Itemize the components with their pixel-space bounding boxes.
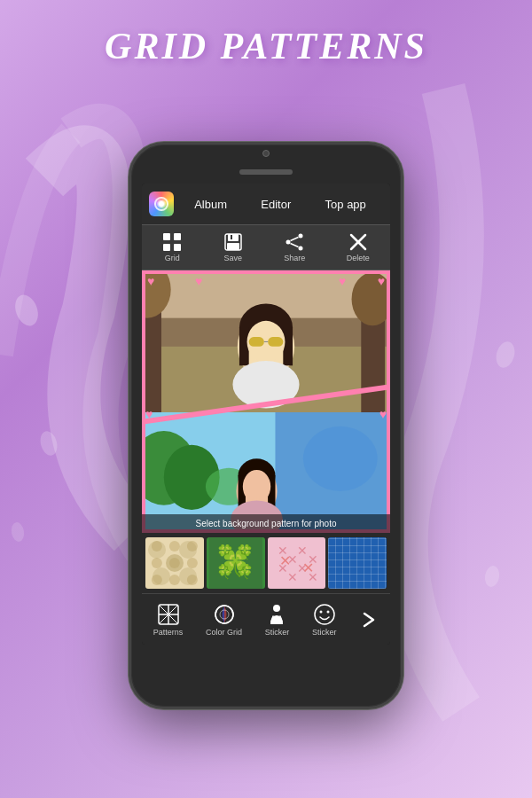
toolbar: Grid Save bbox=[142, 224, 390, 270]
status-text: Select background pattern for photo bbox=[142, 514, 390, 533]
bottom-more[interactable] bbox=[359, 610, 379, 630]
svg-point-55 bbox=[152, 558, 162, 568]
photo-person-1 bbox=[142, 270, 390, 423]
bottom-sticker-smiley[interactable]: Sticker bbox=[312, 603, 337, 637]
svg-point-4 bbox=[483, 565, 501, 588]
svg-text:✕: ✕ bbox=[307, 570, 317, 584]
svg-text:🍀: 🍀 bbox=[216, 544, 234, 560]
pink-pattern-svg: ✕ ✕ ✕ ✕ ✕ ✕ ✕ ✕ bbox=[268, 537, 326, 589]
share-icon bbox=[285, 232, 304, 252]
svg-text:✕: ✕ bbox=[296, 561, 307, 575]
svg-point-1 bbox=[38, 429, 60, 458]
svg-text:✕: ✕ bbox=[286, 570, 297, 584]
delete-icon bbox=[348, 232, 368, 252]
bottom-color-grid[interactable]: Color Grid bbox=[206, 603, 242, 637]
svg-rect-8 bbox=[174, 244, 181, 251]
sticker-smiley-label: Sticker bbox=[312, 628, 337, 637]
photo-area[interactable]: ♥ ♥ ♥ ♥ ♥ ♥ Select background pattern fo… bbox=[142, 270, 390, 533]
svg-line-16 bbox=[291, 238, 299, 241]
svg-rect-12 bbox=[231, 235, 232, 239]
svg-point-40 bbox=[303, 426, 378, 491]
grid-icon bbox=[162, 232, 182, 252]
toolbar-grid[interactable]: Grid bbox=[162, 232, 182, 262]
pattern-pink[interactable]: ✕ ✕ ✕ ✕ ✕ ✕ ✕ ✕ bbox=[268, 537, 326, 589]
pattern-beige[interactable] bbox=[145, 537, 204, 589]
svg-point-35 bbox=[232, 361, 299, 409]
share-label: Share bbox=[284, 254, 305, 262]
svg-point-0 bbox=[12, 292, 43, 329]
patterns-icon bbox=[157, 603, 180, 626]
bottom-patterns[interactable]: Patterns bbox=[153, 603, 184, 637]
svg-rect-10 bbox=[228, 234, 239, 241]
svg-rect-11 bbox=[227, 243, 239, 250]
beige-pattern-svg bbox=[145, 537, 204, 589]
svg-text:✕: ✕ bbox=[296, 544, 307, 558]
svg-point-57 bbox=[187, 558, 198, 568]
svg-point-15 bbox=[299, 246, 303, 251]
svg-text:🍀: 🍀 bbox=[216, 563, 234, 580]
nav-tab-editor[interactable]: Editor bbox=[255, 194, 296, 215]
toolbar-delete[interactable]: Delete bbox=[347, 232, 370, 262]
svg-point-59 bbox=[169, 575, 180, 585]
svg-rect-33 bbox=[268, 337, 283, 347]
svg-point-46 bbox=[243, 470, 270, 504]
photo-top bbox=[142, 270, 390, 423]
page-title: GRID PATTERNS bbox=[0, 25, 532, 67]
nav-tab-album[interactable]: Album bbox=[189, 194, 232, 215]
svg-point-13 bbox=[299, 234, 303, 239]
svg-text:✕: ✕ bbox=[286, 552, 297, 567]
svg-point-83 bbox=[273, 605, 280, 612]
color-grid-label: Color Grid bbox=[206, 628, 242, 637]
phone-speaker bbox=[239, 169, 293, 175]
color-grid-icon bbox=[213, 603, 236, 626]
svg-point-88 bbox=[326, 610, 329, 613]
svg-point-54 bbox=[187, 541, 198, 552]
bottom-sticker-person[interactable]: Sticker bbox=[265, 603, 290, 637]
nav-tabs: Album Editor Top app bbox=[174, 194, 383, 215]
svg-point-56 bbox=[169, 558, 180, 568]
svg-rect-6 bbox=[174, 233, 181, 240]
svg-rect-7 bbox=[163, 244, 170, 251]
save-label: Save bbox=[223, 254, 242, 262]
photo-svg-1 bbox=[142, 270, 390, 423]
svg-point-60 bbox=[187, 575, 198, 585]
blue-grid-pattern bbox=[328, 537, 387, 589]
app-icon-inner bbox=[154, 197, 168, 211]
svg-text:🍀: 🍀 bbox=[236, 563, 254, 580]
phone-frame: Album Editor Top app Grid bbox=[129, 142, 403, 709]
sticker-person-icon bbox=[265, 603, 288, 626]
svg-point-53 bbox=[169, 541, 180, 552]
svg-text:✕: ✕ bbox=[277, 544, 287, 558]
svg-rect-30 bbox=[283, 327, 293, 365]
delete-label: Delete bbox=[347, 254, 370, 262]
svg-point-58 bbox=[152, 575, 162, 585]
sticker-person-label: Sticker bbox=[265, 628, 290, 637]
app-icon[interactable] bbox=[149, 192, 174, 216]
green-pattern-svg: 🍀 🍀 🍀 🍀 bbox=[207, 537, 265, 589]
pattern-green[interactable]: 🍀 🍀 🍀 🍀 bbox=[207, 537, 265, 589]
nav-bar: Album Editor Top app bbox=[142, 184, 390, 224]
svg-point-86 bbox=[315, 605, 334, 624]
bottom-toolbar: Patterns Color Grid bbox=[142, 593, 390, 645]
more-arrow-icon bbox=[359, 610, 379, 630]
save-icon bbox=[223, 232, 243, 252]
phone-screen: Album Editor Top app Grid bbox=[142, 184, 390, 645]
svg-rect-29 bbox=[239, 327, 249, 365]
svg-point-87 bbox=[319, 610, 322, 613]
phone-camera bbox=[262, 150, 270, 157]
svg-rect-5 bbox=[163, 233, 170, 240]
svg-text:🍀: 🍀 bbox=[236, 544, 254, 560]
pattern-bar: 🍀 🍀 🍀 🍀 ✕ ✕ ✕ ✕ ✕ ✕ ✕ ✕ bbox=[142, 533, 390, 593]
nav-tab-topapp[interactable]: Top app bbox=[320, 194, 372, 215]
patterns-label: Patterns bbox=[153, 628, 184, 637]
grid-label: Grid bbox=[165, 254, 180, 262]
svg-point-2 bbox=[10, 521, 26, 543]
toolbar-save[interactable]: Save bbox=[223, 232, 243, 262]
pattern-blue[interactable] bbox=[328, 537, 387, 589]
svg-point-3 bbox=[493, 340, 517, 370]
toolbar-share[interactable]: Share bbox=[284, 232, 305, 262]
svg-point-14 bbox=[286, 240, 291, 245]
svg-rect-32 bbox=[249, 337, 264, 347]
sticker-smiley-icon bbox=[313, 603, 336, 626]
svg-line-17 bbox=[291, 244, 299, 247]
